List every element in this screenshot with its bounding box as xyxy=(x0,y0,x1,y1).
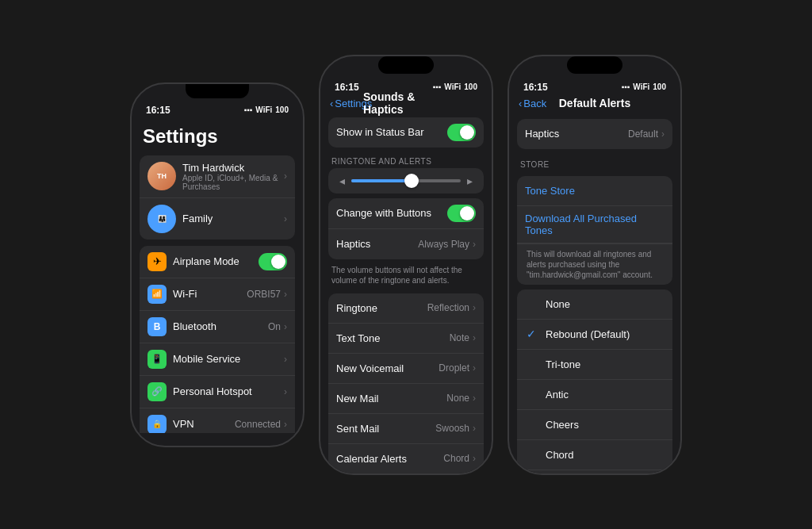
vol-high-icon: ▸ xyxy=(467,174,473,187)
label-show-status: Show in Status Bar xyxy=(336,126,447,138)
dynamic-island-3 xyxy=(567,56,622,74)
back-button-3[interactable]: ‹ Back xyxy=(519,98,546,109)
section-status-bar: Show in Status Bar xyxy=(328,117,484,148)
row-show-status[interactable]: Show in Status Bar xyxy=(328,117,484,148)
chevron-haptics-alert: › xyxy=(661,128,665,140)
tone-row-6[interactable]: Droplet xyxy=(517,470,672,475)
sound-row-4[interactable]: Sent Mail Swoosh › xyxy=(328,414,484,444)
status-bar-3: 16:15 ▪▪▪ WiFi 100 xyxy=(509,77,680,96)
chevron-family: › xyxy=(284,213,287,224)
sound-row-6[interactable]: Reminder Alerts Chord › xyxy=(328,474,484,475)
back-label-3: Back xyxy=(523,98,546,109)
sound-row-3[interactable]: New Mail None › xyxy=(328,384,484,414)
sound-row-1[interactable]: Text Tone Note › xyxy=(328,324,484,354)
avatar-tim: TH xyxy=(147,162,176,190)
label-download-tones: Download All Purchased Tones xyxy=(525,213,665,236)
sound-row-2[interactable]: New Voicemail Droplet › xyxy=(328,354,484,384)
tone-row-0[interactable]: None xyxy=(517,289,672,320)
row-airplane[interactable]: ✈ Airplane Mode xyxy=(140,246,295,278)
row-change-buttons[interactable]: Change with Buttons xyxy=(328,198,484,229)
time-2: 16:15 xyxy=(335,82,359,93)
settings-section-1: ✈ Airplane Mode 📶 Wi-Fi ORBI57 › B Bluet… xyxy=(140,246,295,433)
chevron-hotspot: › xyxy=(284,386,287,397)
chevron-wifi: › xyxy=(284,289,287,300)
chevron-bluetooth: › xyxy=(284,321,287,332)
slider-fill xyxy=(351,179,412,182)
family-label: Family xyxy=(182,213,284,224)
section-haptics-alert: Haptics Default › xyxy=(517,119,672,149)
label-wifi: Wi-Fi xyxy=(173,288,247,300)
nav-bar-3: ‹ Back Default Alerts xyxy=(509,96,680,114)
dynamic-island-2 xyxy=(378,56,434,74)
row-tone-store[interactable]: Tone Store xyxy=(517,176,672,206)
row-download-tones[interactable]: Download All Purchased Tones xyxy=(517,206,672,243)
section-store: Tone Store Download All Purchased Tones … xyxy=(517,176,672,285)
value-wifi: ORBI57 xyxy=(247,289,281,300)
sound-chevron-5: › xyxy=(473,453,476,464)
icon-bluetooth: B xyxy=(147,317,167,336)
value-haptics-alert: Default xyxy=(628,128,658,140)
profile-item-tim[interactable]: TH Tim Hardwick Apple ID, iCloud+, Media… xyxy=(140,155,295,198)
row-hotspot[interactable]: 🔗 Personal Hotspot › xyxy=(140,376,295,408)
value-vpn: Connected xyxy=(235,419,281,430)
settings-title: Settings xyxy=(132,119,303,152)
tone-name-4: Cheers xyxy=(546,419,663,431)
volume-control[interactable]: ◂ ▸ xyxy=(328,168,484,194)
slider-track[interactable] xyxy=(351,179,461,182)
row-bluetooth[interactable]: B Bluetooth On › xyxy=(140,311,295,343)
status-icons-1: ▪▪▪ WiFi 100 xyxy=(244,105,289,114)
family-text: Family xyxy=(182,213,284,224)
section-buttons: Change with Buttons Haptics Always Play … xyxy=(328,198,484,259)
tone-row-1[interactable]: ✓ Rebound (Default) xyxy=(517,320,672,350)
toggle-change-buttons[interactable] xyxy=(447,205,476,222)
tone-row-4[interactable]: Cheers xyxy=(517,410,672,440)
icon-airplane: ✈ xyxy=(147,252,167,271)
chevron-haptics: › xyxy=(473,239,476,250)
tone-name-0: None xyxy=(546,298,663,310)
label-change-buttons: Change with Buttons xyxy=(336,207,447,219)
status-bar-1: 16:15 ▪▪▪ WiFi 100 xyxy=(132,98,303,119)
profile-section: TH Tim Hardwick Apple ID, iCloud+, Media… xyxy=(140,155,295,240)
nav-bar-2: ‹ Settings Sounds & Haptics xyxy=(320,96,492,114)
sound-value-1: Note xyxy=(450,332,469,343)
value-haptics: Always Play xyxy=(418,239,469,250)
sound-row-5[interactable]: Calendar Alerts Chord › xyxy=(328,444,484,474)
row-haptics-alert[interactable]: Haptics Default › xyxy=(517,119,672,149)
notch xyxy=(186,84,249,98)
sound-row-0[interactable]: Ringtone Reflection › xyxy=(328,293,484,324)
sound-value-4: Swoosh xyxy=(435,423,469,434)
tone-row-5[interactable]: Chord xyxy=(517,440,672,470)
footer-ringtone: The volume buttons will not affect the v… xyxy=(320,263,492,290)
label-haptics-alert: Haptics xyxy=(525,128,628,140)
chevron-vpn: › xyxy=(284,419,287,430)
row-wifi[interactable]: 📶 Wi-Fi ORBI57 › xyxy=(140,278,295,311)
row-mobile[interactable]: 📱 Mobile Service › xyxy=(140,343,295,376)
nav-title-3: Default Alerts xyxy=(559,97,631,109)
profile-text: Tim Hardwick Apple ID, iCloud+, Media & … xyxy=(182,162,284,191)
sound-chevron-2: › xyxy=(473,362,476,374)
toggle-airplane[interactable] xyxy=(259,253,287,270)
tone-name-3: Antic xyxy=(546,389,663,401)
row-vpn[interactable]: 🔒 VPN Connected › xyxy=(140,408,295,433)
battery-icon: 100 xyxy=(275,105,289,114)
phone-alerts: 16:15 ▪▪▪ WiFi 100 ‹ Back Default Alerts… xyxy=(508,55,682,475)
toggle-status[interactable] xyxy=(447,124,476,141)
wifi-icon-3: WiFi xyxy=(633,82,649,91)
icon-mobile: 📱 xyxy=(147,350,167,369)
tone-name-1: Rebound (Default) xyxy=(546,328,663,340)
tone-name-2: Tri-tone xyxy=(546,358,663,370)
profile-sub: Apple ID, iCloud+, Media & Purchases xyxy=(182,174,284,191)
tone-row-3[interactable]: Antic xyxy=(517,380,672,410)
profile-item-family[interactable]: 👨‍👩‍👧 Family › xyxy=(140,198,295,240)
sound-label-0: Ringtone xyxy=(336,302,427,314)
slider-thumb[interactable] xyxy=(404,174,419,188)
store-note: This will download all ringtones and ale… xyxy=(517,243,672,285)
sound-label-2: New Voicemail xyxy=(336,362,439,374)
sounds-rows-container: Ringtone Reflection › Text Tone Note › N… xyxy=(328,293,484,475)
row-haptics[interactable]: Haptics Always Play › xyxy=(328,229,484,259)
battery-icon-2: 100 xyxy=(464,82,477,91)
label-mobile: Mobile Service xyxy=(173,353,284,365)
time-3: 16:15 xyxy=(523,82,548,93)
signal-icon-3: ▪▪▪ xyxy=(622,82,630,91)
tone-row-2[interactable]: Tri-tone xyxy=(517,350,672,380)
